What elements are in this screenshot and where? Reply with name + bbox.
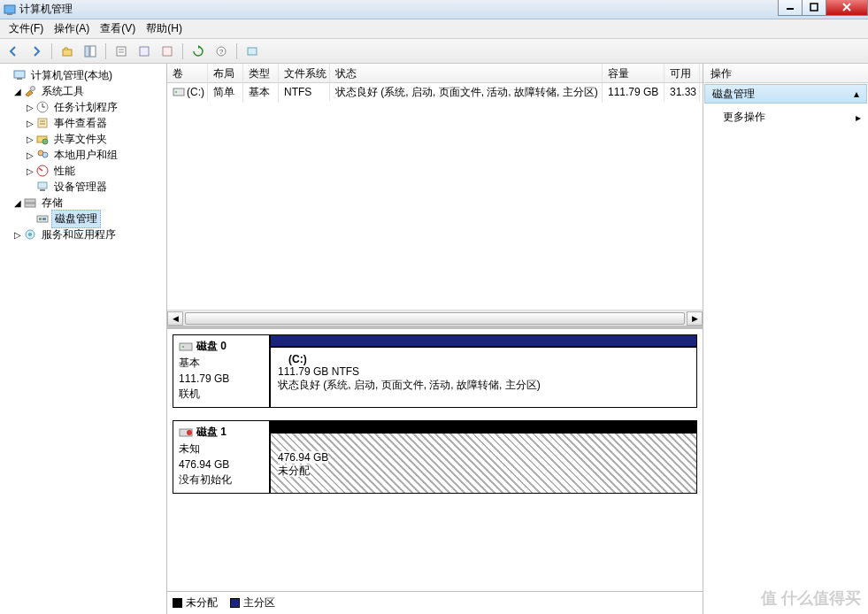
col-volume[interactable]: 卷 — [167, 64, 208, 82]
help-button[interactable]: ? — [211, 42, 231, 61]
disk-partition[interactable]: (C:) 111.79 GB NTFS 状态良好 (系统, 启动, 页面文件, … — [270, 347, 697, 408]
up-button[interactable] — [58, 42, 77, 61]
partition-label: (C:) — [278, 353, 689, 365]
menubar: 文件(F) 操作(A) 查看(V) 帮助(H) — [0, 19, 868, 39]
actions-header: 操作 — [703, 64, 868, 83]
svg-point-42 — [175, 91, 177, 93]
svg-rect-3 — [810, 4, 818, 11]
tree-toggle[interactable]: ▷ — [25, 134, 35, 144]
disk-name: 磁盘 0 — [196, 339, 227, 354]
volume-free: 31.33 — [664, 83, 700, 101]
device-manager-icon — [35, 180, 50, 194]
actions-section-label: 磁盘管理 — [712, 87, 755, 102]
svg-rect-18 — [17, 78, 22, 80]
volume-list-header[interactable]: 卷 布局 类型 文件系统 状态 容量 可用 — [167, 64, 703, 83]
menu-action[interactable]: 操作(A) — [49, 19, 95, 38]
close-button[interactable] — [826, 0, 868, 16]
tree-root[interactable]: 计算机管理(本地) — [28, 67, 115, 84]
partition-label — [278, 439, 689, 451]
toolbar-button-a[interactable] — [134, 42, 154, 61]
col-type[interactable]: 类型 — [243, 64, 279, 82]
horizontal-scrollbar[interactable]: ◀ ▶ — [167, 310, 703, 326]
back-button[interactable] — [4, 42, 23, 61]
partition-line2: 111.79 GB NTFS — [278, 365, 689, 378]
disk-color-bar — [270, 334, 697, 347]
center-panel: 卷 布局 类型 文件系统 状态 容量 可用 (C:) 简单 基本 NTFS 状态… — [167, 64, 703, 614]
col-status[interactable]: 状态 — [330, 64, 603, 82]
disk-info: 磁盘 0 基本 111.79 GB 联机 — [173, 334, 270, 408]
menu-help[interactable]: 帮助(H) — [141, 19, 188, 38]
scroll-left-button[interactable]: ◀ — [167, 311, 183, 326]
tree-local-users[interactable]: 本地用户和组 — [51, 147, 120, 164]
tree-toggle[interactable]: ◢ — [12, 198, 23, 208]
tree-toggle[interactable]: ▷ — [25, 150, 35, 160]
navigation-tree[interactable]: 计算机管理(本地) ◢系统工具 ▷任务计划程序 ▷事件查看器 ▷共享文件夹 ▷本… — [0, 64, 167, 614]
tree-shared-folders[interactable]: 共享文件夹 — [51, 131, 110, 148]
scroll-thumb[interactable] — [185, 312, 685, 325]
svg-rect-17 — [14, 71, 25, 78]
col-filesystem[interactable]: 文件系统 — [279, 64, 330, 82]
menu-file[interactable]: 文件(F) — [4, 19, 49, 38]
actions-more[interactable]: 更多操作 ▸ — [703, 104, 868, 130]
col-free[interactable]: 可用 — [664, 64, 700, 82]
legend-swatch-primary — [230, 598, 240, 608]
toolbar-button-b[interactable] — [157, 42, 177, 61]
tree-system-tools[interactable]: 系统工具 — [39, 83, 87, 100]
svg-point-44 — [182, 346, 184, 348]
tree-toggle[interactable]: ▷ — [25, 166, 35, 176]
toolbar-button-c[interactable] — [242, 42, 262, 61]
collapse-icon: ▴ — [854, 88, 859, 100]
shared-folders-icon — [35, 132, 50, 146]
chevron-right-icon: ▸ — [856, 111, 861, 124]
minimize-button[interactable] — [778, 0, 803, 16]
svg-rect-16 — [248, 48, 257, 55]
partition-line3: 状态良好 (系统, 启动, 页面文件, 活动, 故障转储, 主分区) — [278, 378, 689, 393]
toolbar: ? — [0, 39, 868, 64]
tree-task-scheduler[interactable]: 任务计划程序 — [51, 99, 120, 116]
actions-more-label: 更多操作 — [723, 110, 765, 125]
forward-button[interactable] — [27, 42, 46, 61]
col-layout[interactable]: 布局 — [208, 64, 243, 82]
storage-icon — [23, 196, 37, 210]
menu-view[interactable]: 查看(V) — [95, 19, 141, 38]
svg-rect-43 — [180, 343, 192, 350]
tree-toggle[interactable]: ▷ — [25, 103, 35, 112]
tree-toggle[interactable]: ▷ — [12, 230, 23, 240]
svg-rect-12 — [140, 47, 149, 56]
tree-performance[interactable]: 性能 — [51, 163, 78, 180]
disk-partition[interactable]: 476.94 GB 未分配 — [270, 433, 697, 494]
svg-text:?: ? — [219, 48, 224, 56]
disk-row[interactable]: 磁盘 1 未知 476.94 GB 没有初始化 476.94 GB 未分配 — [173, 420, 697, 494]
users-icon — [35, 148, 50, 162]
disk-kind: 基本 — [179, 356, 264, 371]
disk-drive-icon — [179, 427, 193, 438]
disk-row[interactable]: 磁盘 0 基本 111.79 GB 联机 (C:) 111.79 GB NTFS… — [173, 334, 697, 408]
maximize-button[interactable] — [802, 0, 826, 16]
volume-status: 状态良好 (系统, 启动, 页面文件, 活动, 故障转储, 主分区) — [330, 83, 603, 103]
volume-fs: NTFS — [279, 83, 330, 101]
tree-event-viewer[interactable]: 事件查看器 — [51, 115, 110, 132]
svg-rect-0 — [4, 5, 15, 13]
svg-rect-32 — [38, 182, 47, 188]
svg-rect-8 — [90, 46, 96, 57]
services-icon — [23, 227, 37, 242]
tree-toggle[interactable]: ▷ — [25, 119, 35, 128]
refresh-button[interactable] — [188, 42, 208, 61]
legend-swatch-unallocated — [173, 598, 182, 608]
svg-rect-9 — [117, 47, 126, 56]
col-capacity[interactable]: 容量 — [603, 64, 664, 82]
svg-point-40 — [28, 233, 32, 236]
tree-disk-management[interactable]: 磁盘管理 — [51, 210, 101, 228]
actions-section[interactable]: 磁盘管理 ▴ — [704, 84, 867, 104]
disk-color-bar — [270, 420, 697, 433]
svg-rect-38 — [42, 218, 46, 220]
tree-toggle[interactable]: ◢ — [12, 87, 23, 96]
tree-services-apps[interactable]: 服务和应用程序 — [39, 226, 119, 243]
show-hide-tree-button[interactable] — [81, 42, 100, 61]
svg-point-19 — [31, 87, 35, 91]
tree-device-manager[interactable]: 设备管理器 — [51, 179, 110, 196]
scroll-right-button[interactable]: ▶ — [687, 311, 703, 326]
properties-button[interactable] — [111, 42, 131, 61]
volume-row[interactable]: (C:) 简单 基本 NTFS 状态良好 (系统, 启动, 页面文件, 活动, … — [167, 83, 703, 101]
legend-primary: 主分区 — [243, 595, 275, 610]
